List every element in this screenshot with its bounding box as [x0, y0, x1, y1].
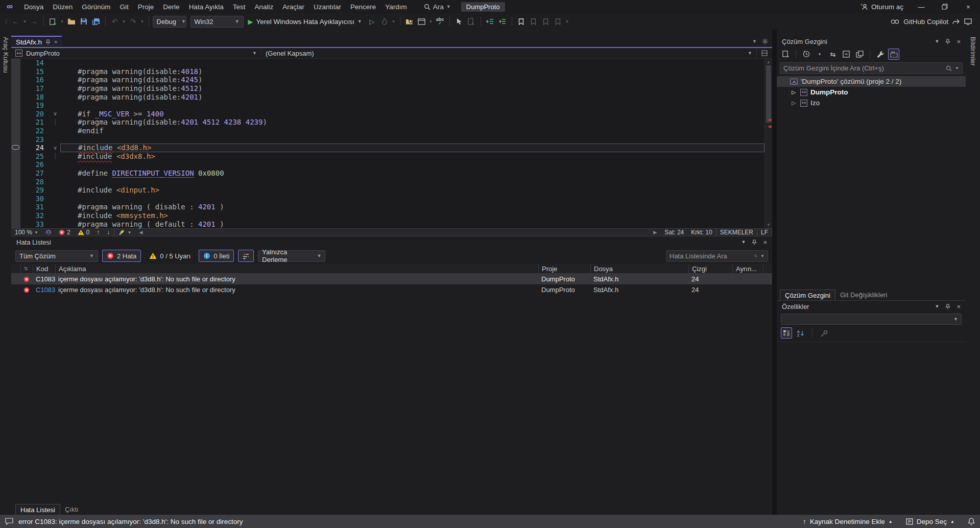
code-line-14[interactable]: 14 [11, 59, 764, 67]
show-all-files-icon[interactable] [888, 49, 899, 60]
breakpoint-margin[interactable] [11, 211, 20, 220]
menu-test[interactable]: Test [228, 0, 250, 13]
solution-explorer-search-input[interactable] [783, 64, 937, 72]
menu-yardım[interactable]: Yardım [380, 0, 412, 13]
close-icon[interactable]: × [957, 303, 961, 310]
github-copilot-button[interactable]: GitHub Copilot [891, 18, 977, 26]
breakpoint-margin[interactable] [11, 101, 20, 110]
code-line-21[interactable]: 21│#pragma warning(disable:4201 4512 423… [11, 118, 764, 127]
breakpoint-margin[interactable] [11, 110, 20, 118]
menu-hata-ayıkla[interactable]: Hata Ayıkla [184, 0, 228, 13]
toggle-bookmark-icon[interactable] [516, 15, 527, 28]
tree-item-izo[interactable]: ▷++Izo [777, 98, 966, 108]
health-indicator-icon[interactable] [42, 229, 55, 236]
column-header-description[interactable]: Açıklama [55, 264, 538, 274]
code-line-30[interactable]: 30 [11, 195, 764, 203]
find-in-files-icon[interactable] [404, 15, 415, 28]
breakpoint-margin[interactable] [11, 135, 20, 143]
pin-icon[interactable] [945, 304, 950, 309]
select-repository-button[interactable]: Depo Seç ▲ [906, 518, 954, 525]
project-dropdown[interactable]: ++ DumpProto ▼ [11, 48, 261, 58]
previous-issue-icon[interactable]: ↑ [93, 229, 103, 236]
menu-dosya[interactable]: Dosya [19, 0, 48, 13]
code-line-29[interactable]: 29#include <dinput.h> [11, 186, 764, 195]
close-icon[interactable]: × [957, 38, 961, 45]
breakpoint-margin[interactable] [11, 169, 20, 178]
notifications-bell-icon[interactable] [968, 518, 975, 525]
code-line-20[interactable]: 20∨#if _MSC_VER >= 1400 [11, 110, 764, 118]
zoom-select[interactable]: 100 % ▼ [11, 229, 42, 236]
menu-derle[interactable]: Derle [158, 0, 184, 13]
categorized-view-icon[interactable] [781, 327, 792, 339]
code-line-15[interactable]: 15#pragma warning(disable:4018) [11, 67, 764, 76]
code-line-18[interactable]: 18#pragma warning(disable:4201) [11, 92, 764, 101]
window-position-chevron-icon[interactable]: ▼ [935, 304, 939, 309]
breakpoint-margin[interactable] [11, 84, 20, 93]
breakpoint-margin[interactable] [11, 59, 20, 67]
build-filter-combo[interactable]: Yalnızca Derleme ▼ [258, 250, 325, 262]
error-code[interactable]: C1083 [33, 286, 55, 294]
scroll-up-icon[interactable]: ▲ [765, 60, 772, 64]
warnings-filter-button[interactable]: 0 / 5 Uyarı [145, 250, 195, 262]
navigate-back-dropdown-icon[interactable]: ▼ [22, 15, 28, 28]
alphabetical-sort-icon[interactable]: AZ [795, 327, 806, 339]
code-line-25[interactable]: 25│#include <d3dx8.h> [11, 152, 764, 161]
menu-görünüm[interactable]: Görünüm [77, 0, 115, 13]
chevron-down-icon[interactable]: ▼ [760, 254, 764, 258]
collapse-all-icon[interactable] [841, 49, 852, 60]
code-line-24[interactable]: 24∨#include <d3d8.h> [11, 143, 764, 152]
code-editor[interactable]: 1415#pragma warning(disable:4018)16#prag… [11, 59, 772, 228]
save-all-icon[interactable] [90, 15, 102, 28]
breakpoint-margin[interactable] [11, 152, 20, 161]
tab-stdafx[interactable]: StdAfx.h × [11, 36, 62, 47]
window-position-chevron-icon[interactable]: ▼ [741, 239, 746, 245]
redo-icon[interactable]: ↷ [128, 15, 139, 28]
clear-bookmarks-icon[interactable] [553, 15, 564, 28]
column-header-severity[interactable]: ⇅ [20, 264, 33, 274]
error-code[interactable]: C1083 [33, 275, 55, 283]
status-tabs-mode[interactable]: SEKMELER [716, 229, 757, 236]
platform-combo[interactable]: Win32▼ [190, 16, 244, 28]
column-header-code[interactable]: Kod [33, 264, 55, 274]
feedback-bubble-icon[interactable] [5, 518, 13, 525]
breakpoint-margin[interactable] [11, 118, 20, 127]
toolbox-tab-label[interactable]: Araç Kutusu [2, 37, 10, 515]
spell-check-icon[interactable]: abc✓ [435, 15, 446, 28]
restore-button[interactable] [933, 0, 957, 13]
minimize-button[interactable]: — [910, 0, 933, 13]
menu-proje[interactable]: Proje [133, 0, 159, 13]
menu-araçlar[interactable]: Araçlar [278, 0, 309, 13]
scrollbar-thumb[interactable] [766, 65, 771, 123]
breakpoint-margin[interactable] [11, 220, 20, 228]
editor-vertical-scrollbar[interactable]: ▲ ▼ [764, 59, 772, 228]
fold-chevron-icon[interactable]: ∨ [50, 110, 60, 117]
column-header-line[interactable]: Çizgi [688, 264, 732, 274]
format-document-icon[interactable] [466, 15, 477, 28]
notifications-side-strip[interactable]: Bildirimler [966, 30, 980, 515]
code-line-32[interactable]: 32#include <mmsystem.h> [11, 211, 764, 220]
window-position-chevron-icon[interactable]: ▼ [935, 39, 939, 44]
errors-filter-button[interactable]: 2 Hata [102, 250, 141, 262]
breakpoint-margin[interactable] [11, 186, 20, 195]
code-cleanup-icon[interactable]: ▼ [115, 229, 135, 236]
filter-icon[interactable] [238, 250, 254, 262]
panel-splitter[interactable] [772, 30, 777, 515]
menu-git[interactable]: Git [115, 0, 133, 13]
menu-pencere[interactable]: Pencere [346, 0, 380, 13]
start-without-debugging-icon[interactable]: ▷ [367, 15, 378, 28]
new-project-dropdown-icon[interactable]: ▼ [60, 15, 65, 28]
undo-icon[interactable]: ↶ [109, 15, 121, 28]
toolbar-drag-handle[interactable]: ⁞⁞ [5, 19, 7, 25]
menu-düzen[interactable]: Düzen [48, 0, 77, 13]
close-button[interactable]: × [957, 0, 980, 13]
close-icon[interactable]: × [763, 238, 767, 246]
tree-item-dumpproto[interactable]: ▷++DumpProto [777, 87, 966, 98]
send-feedback-icon[interactable] [952, 18, 960, 25]
breakpoint-margin[interactable] [11, 127, 20, 135]
code-line-22[interactable]: 22#endif [11, 127, 764, 135]
code-line-16[interactable]: 16#pragma warning(disable:4245) [11, 76, 764, 84]
new-project-icon[interactable] [47, 15, 59, 28]
menu-analiz[interactable]: Analiz [250, 0, 278, 13]
error-row-2[interactable]: C1083içerme dosyası açılamıyor: 'd3d8.h'… [11, 284, 772, 295]
hot-reload-icon[interactable] [379, 15, 390, 28]
